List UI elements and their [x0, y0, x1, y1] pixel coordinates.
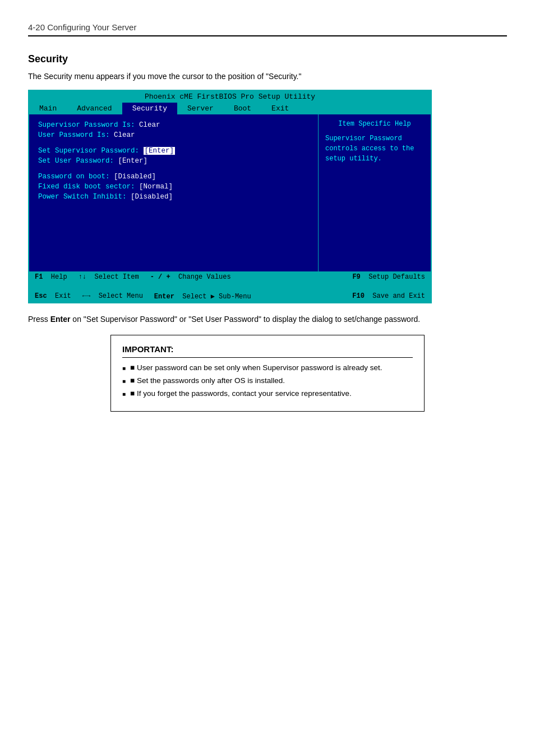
important-bullet-1: ■ [130, 363, 135, 372]
bios-footer-f1: F1 Help [35, 273, 67, 281]
important-text-2: Set the passwords only after OS is insta… [135, 376, 285, 385]
important-item-2: ■ Set the passwords only after OS is ins… [122, 376, 413, 385]
important-box: IMPORTANT: ■ User password can be set on… [110, 335, 425, 412]
bios-label-set-supervisor: Set Supervisor Password: [38, 147, 144, 155]
bios-label-supervisor-is: Supervisor Password Is: [38, 121, 139, 129]
bios-label-power-switch: Power Switch Inhibit: [38, 193, 131, 201]
bios-body: Supervisor Password Is: Clear User Passw… [29, 114, 431, 271]
bios-row-fixed-disk: Fixed disk boot sector: [Normal] [38, 183, 309, 191]
bios-row-user-is: User Password Is: Clear [38, 131, 309, 139]
bios-row-supervisor-is: Supervisor Password Is: Clear [38, 121, 309, 129]
bios-footer-f10: F10 Save and Exit [352, 292, 425, 301]
bios-footer-col-left-1: F1 Help ↑↓ Select Item - / + Change Valu… [35, 273, 231, 281]
page-header-text: 4-20 Configuring Your Server [28, 22, 136, 32]
bios-footer-col-right-2: F10 Save and Exit [352, 292, 425, 301]
bios-footer-col-left-2: Esc Exit ←→ Select Menu Enter Select ▶ S… [35, 292, 251, 301]
bios-label-fixed-disk: Fixed disk boot sector: [38, 183, 139, 191]
bios-footer-esc: Esc Exit [35, 292, 71, 301]
section-title: Security [28, 53, 507, 65]
bios-row-set-user: Set User Password: [Enter] [38, 157, 309, 165]
important-item-1: ■ User password can be set only when Sup… [122, 363, 413, 372]
bios-value-fixed-disk[interactable]: [Normal] [139, 183, 173, 191]
bios-value-password-boot[interactable]: [Disabled] [114, 173, 156, 181]
bios-menu-main[interactable]: Main [29, 103, 67, 114]
bios-menu-security[interactable]: Security [122, 103, 177, 114]
bios-footer-arrows-2: ←→ Select Menu [82, 292, 143, 301]
bios-spacer-1 [38, 141, 309, 147]
bios-value-user-is: Clear [114, 131, 135, 139]
bios-spacer-2 [38, 167, 309, 173]
post-bios-text: Press Enter on "Set Supervisor Password"… [28, 315, 432, 324]
bios-help-panel: Item Specific Help Supervisor Passwordco… [319, 114, 431, 271]
important-text-3: If you forget the passwords, contact you… [135, 389, 351, 398]
bios-value-set-supervisor[interactable]: [Enter] [144, 147, 176, 155]
bios-footer-arrows-1: ↑↓ Select Item [79, 273, 139, 281]
bios-footer-enter: Enter Select ▶ Sub-Menu [154, 292, 251, 301]
bios-screen: Phoenix cME FirstBIOS Pro Setup Utility … [28, 90, 432, 303]
bios-main-panel: Supervisor Password Is: Clear User Passw… [29, 114, 319, 271]
bios-menu-advanced[interactable]: Advanced [67, 103, 122, 114]
bios-title-bar: Phoenix cME FirstBIOS Pro Setup Utility [29, 91, 431, 103]
bios-footer-col-right-1: F9 Setup Defaults [352, 273, 425, 281]
bios-menu-bar: Main Advanced Security Server Boot Exit [29, 103, 431, 114]
important-title: IMPORTANT: [122, 344, 413, 358]
bios-value-power-switch[interactable]: [Disabled] [131, 193, 173, 201]
bios-help-title: Item Specific Help [325, 120, 424, 128]
page-header: 4-20 Configuring Your Server [28, 22, 507, 36]
bios-empty-space [38, 203, 309, 265]
bios-label-password-boot: Password on boot: [38, 173, 114, 181]
important-text-1: User password can be set only when Super… [135, 363, 382, 372]
bios-value-supervisor-is: Clear [139, 121, 160, 129]
bios-menu-server[interactable]: Server [177, 103, 224, 114]
important-bullet-3: ■ [130, 389, 135, 398]
bios-help-text: Supervisor Passwordcontrols access to th… [325, 133, 424, 164]
bios-menu-boot[interactable]: Boot [224, 103, 261, 114]
bios-menu-exit[interactable]: Exit [261, 103, 299, 114]
bios-row-password-boot: Password on boot: [Disabled] [38, 173, 309, 181]
important-list: ■ User password can be set only when Sup… [122, 363, 413, 398]
bios-footer-f9: F9 Setup Defaults [352, 273, 425, 281]
bios-footer-change: - / + Change Values [150, 273, 231, 281]
important-item-3: ■ If you forget the passwords, contact y… [122, 389, 413, 398]
bios-footer-row-1: F1 Help ↑↓ Select Item - / + Change Valu… [35, 273, 425, 281]
bios-footer-row-2: Esc Exit ←→ Select Menu Enter Select ▶ S… [35, 292, 425, 301]
bios-footer: F1 Help ↑↓ Select Item - / + Change Valu… [29, 271, 431, 302]
bios-row-set-supervisor: Set Supervisor Password: [Enter] [38, 147, 309, 155]
bios-row-power-switch: Power Switch Inhibit: [Disabled] [38, 193, 309, 201]
important-bullet-2: ■ [130, 376, 135, 385]
bios-value-set-user[interactable]: [Enter] [118, 157, 148, 165]
intro-text: The Security menu appears if you move th… [28, 72, 507, 81]
bios-label-user-is: User Password Is: [38, 131, 114, 139]
post-bios-bold: Enter [50, 315, 71, 324]
bios-label-set-user: Set User Password: [38, 157, 118, 165]
